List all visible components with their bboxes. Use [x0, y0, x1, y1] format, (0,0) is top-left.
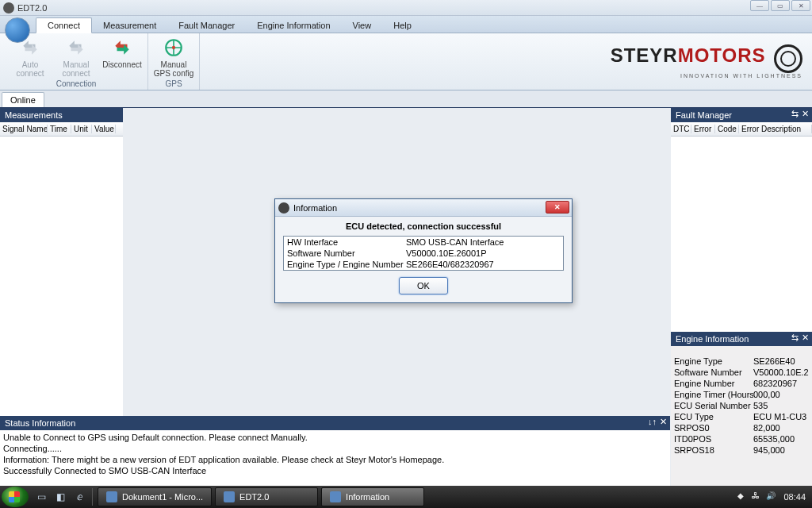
status-title: Status Information [5, 418, 75, 428]
status-line: Successfully Connected to SMO USB-CAN In… [3, 465, 667, 476]
app-icon [3, 2, 14, 13]
engine-info-value: 535 [753, 401, 809, 410]
engine-info-key: Software Number [674, 368, 753, 377]
dialog-titlebar[interactable]: Information ✕ [275, 199, 572, 217]
status-line: Connecting...... [3, 443, 667, 454]
col-value[interactable]: Value [92, 125, 116, 133]
fault-manager-body [671, 137, 812, 332]
engine-info-key: ECU Serial Number [674, 401, 753, 410]
ribbon-body: Auto connect Manual connect Disconnect C… [0, 33, 812, 90]
col-time[interactable]: Time [48, 125, 71, 133]
engine-info-key: SRPOS0 [674, 423, 753, 433]
disconnect-button[interactable]: Disconnect [100, 35, 144, 79]
engine-info-key: SRPOS18 [674, 445, 753, 455]
measurements-title: Measurements [5, 110, 63, 120]
manual-gps-label: Manual GPS config [153, 60, 194, 78]
window-titlebar: EDT2.0 — ▭ ✕ [0, 0, 812, 16]
tab-measurement[interactable]: Measurement [92, 18, 167, 33]
dialog-close-button[interactable]: ✕ [546, 201, 569, 214]
manual-gps-config-button[interactable]: Manual GPS config [151, 35, 196, 79]
tab-view[interactable]: View [342, 18, 383, 33]
taskbar-app-icon [330, 491, 341, 502]
dialog-row: HW InterfaceSMO USB-CAN Interface [284, 237, 563, 248]
maximize-button[interactable]: ▭ [771, 0, 790, 11]
col-error[interactable]: Error [691, 125, 715, 133]
tab-help[interactable]: Help [382, 18, 423, 33]
dialog-icon [278, 202, 289, 214]
ribbon-tabstrip: Connect Measurement Fault Manager Engine… [0, 16, 812, 33]
dialog-title-text: Information [293, 203, 337, 213]
col-signal-name[interactable]: Signal Name [0, 125, 48, 133]
tray-volume-icon[interactable]: 🔊 [766, 491, 777, 502]
status-panel: Status Information ↓↑ ✕ Unable to Connec… [0, 416, 670, 486]
app-menu-orb[interactable] [5, 17, 30, 43]
refresh-icon[interactable]: ⇆ [791, 109, 799, 119]
tab-online[interactable]: Online [2, 92, 44, 107]
document-tabstrip: Online [0, 90, 812, 108]
engine-info-value: 000,00 [753, 390, 809, 399]
taskbar-button[interactable]: Dokument1 - Micro... [98, 487, 212, 506]
tray-icon[interactable]: ◆ [737, 491, 749, 502]
system-tray: ◆ 🖧 🔊 08:44 [737, 491, 810, 502]
col-error-desc[interactable]: Error Description [739, 125, 812, 133]
quick-launch-windows-icon[interactable]: ◧ [52, 489, 68, 505]
refresh-icon[interactable]: ⇆ [791, 333, 799, 343]
tab-engine-information[interactable]: Engine Information [246, 18, 341, 33]
col-dtc[interactable]: DTC [671, 125, 691, 133]
close-panel-icon[interactable]: ✕ [802, 333, 809, 343]
disconnect-label: Disconnect [102, 60, 141, 69]
taskbar-label: Dokument1 - Micro... [122, 492, 203, 502]
taskbar-button[interactable]: Information [321, 487, 424, 506]
tab-connect[interactable]: Connect [36, 17, 92, 33]
brand-part2: MOTORS [678, 44, 766, 66]
engine-info-body: Engine TypeSE266E40Software NumberV50000… [671, 346, 812, 486]
minimize-button[interactable]: — [750, 0, 769, 11]
engine-info-header: Engine Information ⇆ ✕ [671, 332, 812, 346]
start-button[interactable] [2, 487, 29, 507]
engine-info-value: 945,000 [753, 445, 809, 455]
taskbar-label: Information [346, 492, 389, 502]
col-code[interactable]: Code [715, 125, 739, 133]
quick-launch-desktop-icon[interactable]: ▭ [33, 489, 49, 505]
taskbar-clock[interactable]: 08:44 [783, 492, 806, 502]
status-body: Unable to Connect to GPS using Default c… [0, 430, 670, 486]
col-unit[interactable]: Unit [71, 125, 92, 133]
close-panel-icon[interactable]: ✕ [660, 417, 667, 427]
engine-info-title: Engine Information [676, 334, 749, 344]
tab-fault-manager[interactable]: Fault Manager [167, 18, 246, 33]
svg-point-1 [172, 46, 175, 49]
engine-info-value: 82,000 [753, 423, 809, 433]
taskbar-app-icon [224, 491, 235, 502]
dialog-value: V50000.10E.26001P [406, 248, 487, 258]
measurements-columns: Signal Name Time Unit Value [0, 122, 123, 137]
manual-connect-button[interactable]: Manual connect [54, 35, 98, 79]
tray-network-icon[interactable]: 🖧 [752, 491, 763, 502]
ribbon-group-gps: Manual GPS config GPS [148, 33, 200, 90]
dialog-value: SE266E40/682320967 [406, 260, 494, 269]
ribbon-group-connection: Auto connect Manual connect Disconnect C… [5, 33, 148, 90]
engine-info-value: ECU M1-CU3 C [753, 412, 809, 421]
close-panel-icon[interactable]: ✕ [802, 109, 809, 119]
information-dialog: Information ✕ ECU detected, connection s… [274, 198, 573, 303]
sort-icon[interactable]: ↓↑ [648, 417, 657, 427]
manual-connect-icon [65, 37, 87, 59]
manual-connect-label: Manual connect [56, 60, 97, 78]
engine-info-value: SE266E40 [753, 356, 809, 366]
engine-info-row: ECU Serial Number535 [671, 400, 812, 411]
disconnect-icon [111, 37, 133, 59]
close-button[interactable]: ✕ [791, 0, 810, 11]
engine-info-row: Engine Number682320967 [671, 378, 812, 389]
dialog-key: Software Number [287, 248, 406, 258]
brand-emblem-icon [774, 44, 802, 73]
fault-manager-columns: DTC Error Code Error Description [671, 122, 812, 137]
ok-button[interactable]: OK [399, 277, 448, 294]
fault-manager-header: Fault Manager ⇆ ✕ [671, 108, 812, 122]
right-column: Fault Manager ⇆ ✕ DTC Error Code Error D… [671, 108, 812, 486]
taskbar-button[interactable]: EDT2.0 [215, 487, 318, 506]
quick-launch-ie-icon[interactable]: ⅇ [71, 489, 87, 505]
gps-icon [163, 37, 185, 59]
taskbar-app-icon [106, 491, 117, 502]
dialog-key: Engine Type / Engine Number [287, 260, 406, 269]
dialog-key: HW Interface [287, 237, 406, 247]
brand-part1: STEYR [611, 44, 678, 66]
